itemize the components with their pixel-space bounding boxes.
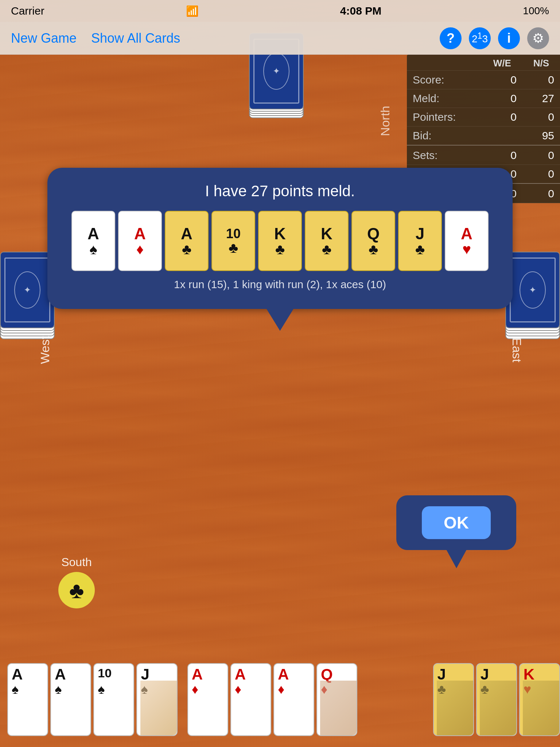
- score-ns: 0: [522, 71, 560, 89]
- south-area: South ♣: [58, 556, 95, 608]
- meld-description: 1x run (15), 1 king with run (2), 1x ace…: [66, 278, 494, 291]
- meld-card-1: A ♦: [118, 211, 162, 271]
- ok-bubble-box: OK: [396, 495, 516, 550]
- new-game-button[interactable]: New Game: [11, 31, 77, 46]
- hand-card-5[interactable]: A ♦: [230, 663, 271, 736]
- face-image: [140, 681, 177, 735]
- wins-ns: 0: [522, 183, 560, 203]
- pointers-ns: 0: [522, 108, 560, 127]
- bid-we: [482, 127, 522, 146]
- settings-button[interactable]: ⚙: [527, 27, 549, 49]
- meld-card-7: J ♣: [398, 211, 442, 271]
- score-we: 0: [482, 71, 522, 89]
- south-hand: A ♠ A ♠ 10 ♠ J ♠ A ♦ A ♦ A ♦ Q ♦ J ♣: [0, 663, 560, 736]
- meld-card-4: K ♣: [258, 211, 302, 271]
- meld-card-6: Q ♣: [351, 211, 395, 271]
- meld-card-0: A ♠: [71, 211, 115, 271]
- club-badge: ♣: [58, 572, 95, 608]
- ns-header: N/S: [522, 55, 560, 71]
- meld-ns: 27: [522, 89, 560, 108]
- east-label: East: [509, 337, 524, 362]
- north-label: North: [378, 106, 392, 136]
- hand-card-7[interactable]: Q ♦: [316, 663, 357, 736]
- bid-ns: 95: [522, 127, 560, 146]
- score213-icon: 213: [472, 31, 488, 45]
- wifi-icon: 📶: [186, 5, 199, 17]
- sets-ns: 0: [522, 145, 560, 165]
- meld-card-2: A ♣: [165, 211, 209, 271]
- battery-label: 100%: [523, 5, 549, 17]
- hand-card-1[interactable]: A ♠: [50, 663, 91, 736]
- status-bar: Carrier 📶 4:08 PM 100%: [0, 0, 560, 22]
- ok-button[interactable]: OK: [422, 506, 491, 539]
- carrier-label: Carrier: [11, 5, 44, 17]
- hand-card-6[interactable]: A ♦: [273, 663, 314, 736]
- help-icon: ?: [447, 31, 455, 46]
- meld-card-5: K ♣: [305, 211, 349, 271]
- score-label: Score:: [407, 71, 482, 89]
- makes-ns: 0: [522, 165, 560, 184]
- nav-left: New Game Show All Cards: [11, 31, 180, 46]
- ok-bubble: OK: [396, 495, 516, 550]
- queen-face-image: [320, 681, 357, 735]
- south-label: South: [61, 556, 92, 569]
- hand-card-10[interactable]: K ♥: [519, 663, 560, 736]
- meld-cards-row: A ♠ A ♦ A ♣ 10 ♣ K ♣ K ♣ Q ♣: [66, 211, 494, 271]
- nav-icons: ? 213 i ⚙: [440, 27, 549, 49]
- meld-bubble: I have 27 points meld. A ♠ A ♦ A ♣ 10 ♣ …: [47, 168, 513, 309]
- king-face: [523, 681, 559, 735]
- bid-label: Bid:: [407, 127, 482, 146]
- meld-we: 0: [482, 89, 522, 108]
- sets-label: Sets:: [407, 145, 482, 165]
- info-button[interactable]: i: [498, 27, 520, 49]
- jack-face-1: [437, 681, 473, 735]
- show-all-cards-button[interactable]: Show All Cards: [91, 31, 180, 46]
- hand-card-4[interactable]: A ♦: [187, 663, 228, 736]
- help-button[interactable]: ?: [440, 27, 462, 49]
- hand-card-9[interactable]: J ♣: [476, 663, 517, 736]
- gear-icon: ⚙: [532, 31, 544, 46]
- jack-face-2: [480, 681, 516, 735]
- time-label: 4:08 PM: [340, 5, 381, 17]
- score213-button[interactable]: 213: [469, 27, 491, 49]
- info-icon: i: [507, 31, 511, 46]
- meld-card-3: 10 ♣: [211, 211, 255, 271]
- sets-we: 0: [482, 145, 522, 165]
- meld-title: I have 27 points meld.: [66, 182, 494, 200]
- nav-bar: New Game Show All Cards ? 213 i ⚙: [0, 22, 560, 55]
- west-label: West: [38, 336, 52, 364]
- pointers-we: 0: [482, 108, 522, 127]
- meld-card-8: A ♥: [445, 211, 489, 271]
- pointers-label: Pointers:: [407, 108, 482, 127]
- meld-label: Meld:: [407, 89, 482, 108]
- hand-card-3[interactable]: J ♠: [136, 663, 177, 736]
- hand-card-8[interactable]: J ♣: [433, 663, 474, 736]
- we-header: W/E: [482, 55, 522, 71]
- club-icon: ♣: [69, 577, 84, 603]
- hand-card-2[interactable]: 10 ♠: [93, 663, 134, 736]
- hand-card-0[interactable]: A ♠: [7, 663, 48, 736]
